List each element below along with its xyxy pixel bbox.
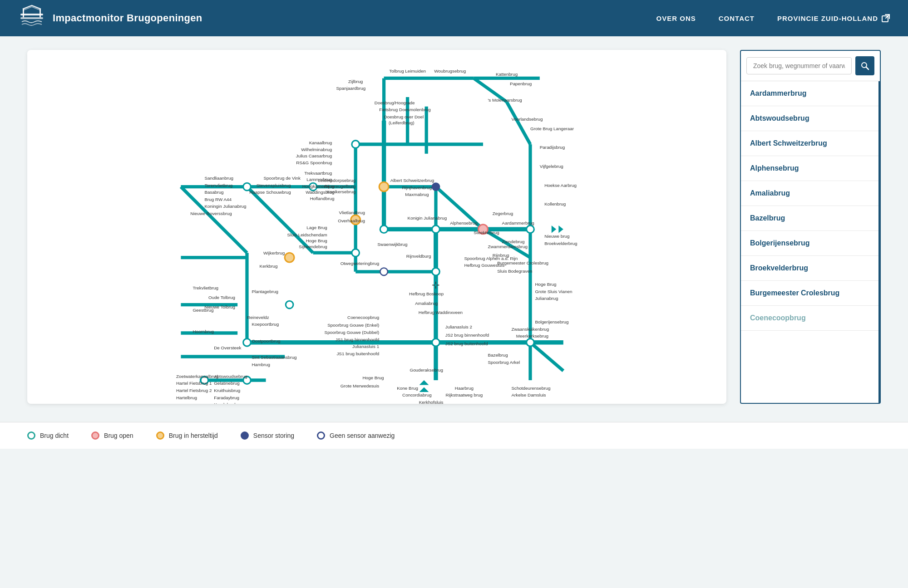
svg-text:Faradaybrug: Faradaybrug [214, 395, 239, 400]
main-area: ⊹ Tolbrug Leimuiden Woubrugsebrug Katten… [0, 36, 908, 422]
svg-text:Hefbrug Boskoop: Hefbrug Boskoop [409, 291, 444, 296]
search-button[interactable] [855, 56, 874, 75]
bridge-list-item-bazelbrug[interactable]: Bazelbrug [741, 206, 878, 231]
svg-text:Gelatinebrug: Gelatinebrug [214, 381, 239, 386]
svg-point-44 [285, 253, 294, 262]
svg-text:Leiderpdorpsebrug: Leiderpdorpsebrug [318, 178, 355, 183]
svg-text:Hefbrug Waddinxveen: Hefbrug Waddinxveen [419, 310, 463, 315]
svg-text:De Oversteek: De Oversteek [214, 345, 241, 350]
bridge-list-item-bolgerijensebrug[interactable]: Bolgerijensebrug [741, 231, 878, 256]
svg-text:Albert Schweitzerbrug: Albert Schweitzerbrug [390, 178, 434, 183]
svg-text:'s Molenaarsbrug: 's Molenaarsbrug [488, 98, 522, 103]
svg-text:Spoorbrug de Vink: Spoorbrug de Vink [263, 176, 301, 181]
legend-item-geen-sensor: Geen sensor aanwezig [317, 431, 395, 440]
svg-text:Bolgerijensebrug: Bolgerijensebrug [535, 319, 568, 324]
svg-text:Sandliaanbrug: Sandliaanbrug [204, 176, 233, 181]
svg-text:Meerkerksebrug: Meerkerksebrug [516, 333, 548, 338]
nav-over-ons[interactable]: OVER ONS [656, 15, 696, 22]
svg-text:Oude Tolbrug: Oude Tolbrug [208, 295, 235, 300]
svg-text:Hartelbrug: Hartelbrug [176, 395, 197, 400]
nav-contact[interactable]: CONTACT [719, 15, 755, 22]
svg-text:Doesbrug over Doel: Doesbrug over Doel [384, 114, 424, 119]
svg-text:Fietsbrug Doesmolenbrug: Fietsbrug Doesmolenbrug [379, 107, 430, 112]
svg-text:Vijfgelebrug: Vijfgelebrug [540, 164, 563, 169]
svg-text:Spanjaardbrug: Spanjaardbrug [336, 86, 365, 91]
svg-text:Kattenbrug: Kattenbrug [496, 72, 518, 77]
svg-text:Otwegweteringbrug: Otwegweteringbrug [340, 261, 380, 266]
bridge-list-item-broekvelderbrug[interactable]: Broekvelderbrug [741, 256, 878, 281]
legend-dot-geen-sensor [317, 431, 325, 440]
svg-text:Alphensebrug: Alphensebrug [450, 220, 478, 225]
svg-text:Zwammerdamsbrug: Zwammerdamsbrug [488, 244, 528, 249]
svg-text:Brug RW A44: Brug RW A44 [204, 197, 232, 202]
svg-text:Zwaanskuikenbrug: Zwaanskuikenbrug [511, 327, 549, 332]
svg-text:Tolbrug Leimuiden: Tolbrug Leimuiden [389, 69, 426, 74]
svg-text:Maxmabrug: Maxmabrug [405, 192, 429, 197]
main-nav: OVER ONS CONTACT PROVINCIE ZUID-HOLLAND [656, 14, 890, 22]
bridge-list-item-amaliabrug[interactable]: Amaliabrug [741, 181, 878, 206]
svg-point-58 [286, 301, 293, 309]
legend-item-brug-open: Brug open [91, 431, 133, 440]
bridge-list-item-albert-schweitzerbrug[interactable]: Albert Schweitzerbrug [741, 131, 878, 156]
bridge-list-item-alphensebrug[interactable]: Alphensebrug [741, 156, 878, 181]
svg-text:Nieuwe brug: Nieuwe brug [544, 234, 569, 239]
legend-item-sensor-storing: Sensor storing [241, 431, 294, 440]
svg-text:(Leiferdbrug): (Leiferdbrug) [389, 120, 414, 125]
logo-area: Impactmonitor Brugopeningen [18, 5, 202, 32]
svg-point-47 [432, 225, 440, 233]
svg-text:Kerkhofsluis: Kerkhofsluis [419, 400, 444, 404]
svg-text:Hoge Brug: Hoge Brug [362, 375, 384, 380]
svg-point-54 [432, 268, 440, 275]
external-link-icon [882, 14, 890, 22]
svg-line-182 [866, 67, 869, 70]
svg-text:Oostpoortbrug: Oostpoortbrug [252, 338, 280, 343]
bridge-list-item-burgemeester-crolesbrug[interactable]: Burgemeester Crolesbrug [741, 281, 878, 306]
svg-text:Papenbrug: Papenbrug [510, 81, 532, 86]
svg-text:Burgemeester Crolesbrug: Burgemeester Crolesbrug [497, 260, 548, 265]
svg-text:Overhaalbrug: Overhaalbrug [338, 218, 365, 223]
svg-text:Concordiabrug: Concordiabrug [402, 392, 432, 397]
svg-text:Koepoortbrug: Koepoortbrug [252, 322, 279, 327]
svg-text:JS2 brug buitenhoofd: JS2 brug buitenhoofd [445, 341, 488, 346]
svg-text:Plantagebrug: Plantagebrug [252, 289, 278, 294]
svg-text:Stevenspluisbrug: Stevenspluisbrug [257, 183, 291, 188]
svg-text:Rijkstraatweg brug: Rijkstraatweg brug [446, 392, 483, 397]
legend-dot-brug-hersteltijd [156, 431, 164, 440]
svg-text:Abtswoudsebrug: Abtswoudsebrug [214, 374, 247, 379]
map-container[interactable]: ⊹ Tolbrug Leimuiden Woubrugsebrug Katten… [27, 50, 726, 404]
bridge-list-item-abtswoudsebrug[interactable]: Abtswoudsebrug [741, 106, 878, 131]
svg-text:Paradijsbrug: Paradijsbrug [540, 145, 565, 150]
svg-text:Zoetwaterkanaalbrug: Zoetwaterkanaalbrug [176, 374, 218, 379]
svg-text:Torenvlietbrug: Torenvlietbrug [204, 183, 232, 188]
svg-text:Kerkbrug: Kerkbrug [260, 264, 278, 269]
svg-text:Koningin Julianabrug: Koningin Julianabrug [204, 204, 246, 209]
svg-point-49 [352, 141, 360, 148]
svg-point-53 [352, 249, 360, 257]
app-title: Impactmonitor Brugopeningen [53, 12, 202, 24]
svg-text:Rijnbrug: Rijnbrug [493, 253, 509, 258]
svg-text:Spoorbrug Alphen a.d. Rijn: Spoorbrug Alphen a.d. Rijn [464, 256, 518, 261]
bridge-list-item-coenecoopbrug[interactable]: Coenecoopbrug [741, 306, 878, 331]
svg-point-62 [380, 268, 388, 275]
legend-label-brug-hersteltijd: Brug in hersteltijd [169, 432, 218, 439]
svg-text:Sluis Bodegraven: Sluis Bodegraven [497, 269, 532, 274]
svg-text:Aardammerbrug: Aardammerbrug [502, 220, 534, 225]
svg-text:Steekterbrug: Steekterbrug [474, 230, 499, 235]
bridge-list: AardammerbrugAbtswoudsebrugAlbert Schwei… [741, 81, 880, 403]
search-input[interactable] [746, 57, 852, 74]
svg-text:Zegerbrug: Zegerbrug [493, 211, 513, 216]
legend-label-geen-sensor: Geen sensor aanwezig [330, 432, 395, 439]
svg-text:⊹: ⊹ [432, 279, 440, 290]
svg-text:Vlietlandbrug: Vlietlandbrug [339, 210, 365, 215]
bridge-list-item-aardammerbrug[interactable]: Aardammerbrug [741, 81, 878, 106]
svg-point-57 [527, 338, 534, 346]
svg-text:Broekvelderbrug: Broekvelderbrug [544, 241, 577, 246]
nav-provincie[interactable]: PROVINCIE ZUID-HOLLAND [777, 14, 890, 22]
svg-text:Hambrug: Hambrug [252, 362, 270, 367]
svg-text:Grote Sluis Vianen: Grote Sluis Vianen [535, 289, 572, 294]
svg-text:Amaliabrug: Amaliabrug [415, 301, 438, 306]
svg-text:Wilhelminabrug: Wilhelminabrug [301, 147, 332, 152]
svg-text:Hoekse Aarbrug: Hoekse Aarbrug [544, 183, 577, 188]
search-icon [860, 61, 869, 70]
legend-label-brug-open: Brug open [104, 432, 133, 439]
